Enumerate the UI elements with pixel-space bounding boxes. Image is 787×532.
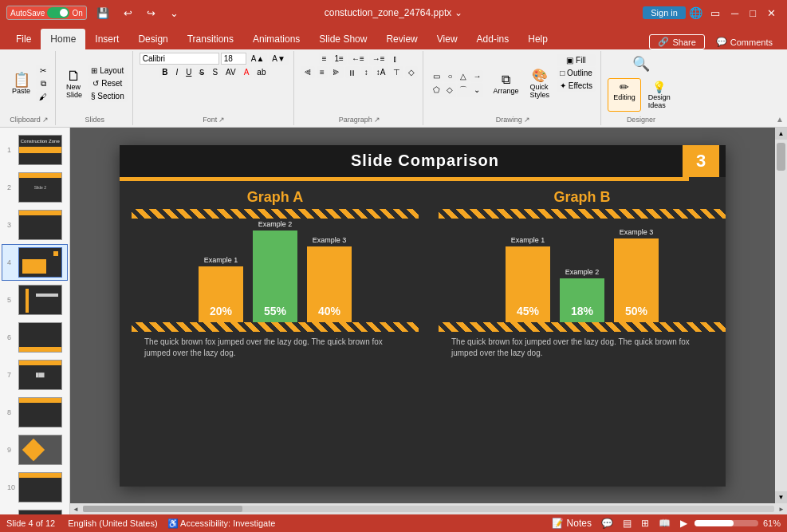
copy-button[interactable]: ⧉	[36, 77, 50, 90]
close-button[interactable]: ✕	[762, 6, 781, 21]
scroll-left-button[interactable]: ◄	[70, 503, 81, 514]
ribbon-collapse-button[interactable]: ▲	[776, 115, 784, 124]
slide-thumb-11[interactable]: 11 ■■■■	[2, 506, 68, 514]
reading-view-button[interactable]: 📖	[656, 518, 673, 529]
align-left-button[interactable]: ⫷	[301, 66, 315, 78]
align-center-button[interactable]: ≡	[317, 66, 328, 78]
shape-1[interactable]: ▭	[430, 70, 443, 82]
new-slide-button[interactable]: 🗋 NewSlide	[62, 66, 86, 101]
redo-button[interactable]: ↪	[142, 6, 160, 21]
zoom-slider[interactable]	[695, 520, 758, 526]
text-highlight-button[interactable]: ab	[254, 66, 269, 78]
shape-3[interactable]: △	[457, 70, 470, 82]
font-family-input[interactable]	[140, 53, 219, 65]
slide-thumb-4[interactable]: 4	[2, 244, 68, 281]
arrange-button[interactable]: ⧉ Arrange	[489, 70, 522, 97]
format-painter-button[interactable]: 🖌	[36, 91, 50, 103]
comments-button[interactable]: 💬 Comments	[708, 35, 781, 49]
tab-addins[interactable]: Add-ins	[467, 29, 519, 49]
autosave-toggle[interactable]	[47, 7, 69, 18]
minimize-button[interactable]: ─	[726, 6, 743, 21]
smart-art-button[interactable]: ◇	[405, 66, 418, 78]
bullet-list-button[interactable]: ≡	[319, 53, 330, 65]
drawing-expand-icon[interactable]: ↗	[524, 116, 530, 124]
increase-indent-button[interactable]: →≡	[369, 53, 388, 65]
quick-styles-button[interactable]: 🎨 QuickStyles	[525, 65, 553, 101]
tab-home[interactable]: Home	[41, 29, 85, 49]
slide-sorter-button[interactable]: ⊞	[639, 518, 651, 529]
shadow-button[interactable]: S	[209, 66, 221, 78]
increase-font-button[interactable]: A▲	[248, 53, 268, 65]
presentation-view-button[interactable]: ▭	[706, 6, 725, 21]
tab-transitions[interactable]: Transitions	[178, 29, 243, 49]
undo-button[interactable]: ↩	[119, 6, 137, 21]
shape-4[interactable]: →	[470, 70, 483, 82]
shape-effects-button[interactable]: ✦ Effects	[557, 80, 596, 92]
design-ideas-button[interactable]: 💡 DesignIdeas	[644, 78, 675, 112]
shapes-more[interactable]: ⌄	[470, 83, 483, 97]
bold-button[interactable]: B	[159, 66, 171, 78]
align-right-button[interactable]: ⫸	[329, 66, 344, 78]
title-dropdown-icon[interactable]: ⌄	[454, 7, 462, 18]
customize-qat-button[interactable]: ⌄	[165, 6, 183, 21]
slide-thumb-10[interactable]: 10	[2, 469, 68, 506]
decrease-indent-button[interactable]: ←≡	[348, 53, 368, 65]
slide-thumb-9[interactable]: 9	[2, 432, 68, 468]
maximize-button[interactable]: □	[745, 6, 761, 21]
comments-status-button[interactable]: 💬	[599, 518, 616, 529]
tab-file[interactable]: File	[6, 29, 41, 49]
scroll-knob[interactable]	[777, 143, 785, 171]
tab-review[interactable]: Review	[376, 29, 427, 49]
scroll-right-button[interactable]: ►	[776, 503, 787, 514]
clipboard-expand-icon[interactable]: ↗	[42, 116, 49, 124]
tab-insert[interactable]: Insert	[85, 29, 128, 49]
numbered-list-button[interactable]: 1≡	[332, 53, 347, 65]
h-scroll-thumb[interactable]	[83, 506, 242, 512]
shape-fill-button[interactable]: ▣ Fill	[557, 54, 596, 66]
cut-button[interactable]: ✂	[36, 65, 50, 77]
font-color-button[interactable]: A	[241, 66, 253, 78]
tab-help[interactable]: Help	[518, 29, 557, 49]
slide[interactable]: Slide Comparison 3 Graph A Example 1	[120, 145, 726, 487]
shape-outline-button[interactable]: □ Outline	[557, 67, 596, 79]
decrease-font-button[interactable]: A▼	[269, 53, 289, 65]
autosave-badge[interactable]: AutoSave On	[6, 6, 87, 20]
align-text-button[interactable]: ⊤	[390, 66, 403, 78]
slide-thumb-5[interactable]: 5	[2, 282, 68, 318]
slide-thumb-1[interactable]: 1 Construction Zone	[2, 132, 68, 168]
slideshow-button[interactable]: ▶	[678, 518, 690, 529]
slide-thumb-2[interactable]: 2 Slide 2	[2, 169, 68, 206]
scroll-down-button[interactable]: ▼	[775, 491, 787, 503]
underline-button[interactable]: U	[183, 66, 195, 78]
slide-thumb-8[interactable]: 8	[2, 394, 68, 431]
text-direction-button[interactable]: ↕A	[373, 66, 389, 78]
char-spacing-button[interactable]: AV	[222, 66, 239, 78]
slide-thumb-7[interactable]: 7 ███	[2, 357, 68, 393]
shape-6[interactable]: ◇	[443, 83, 456, 97]
slide-thumb-6[interactable]: 6	[2, 319, 68, 356]
columns-button[interactable]: ⫿	[390, 53, 400, 65]
reset-button[interactable]: ↺ Reset	[88, 77, 128, 89]
paste-button[interactable]: 📋 Paste	[8, 70, 34, 97]
strikethrough-button[interactable]: S̶	[196, 66, 207, 78]
slide-thumb-3[interactable]: 3	[2, 207, 68, 243]
tab-design[interactable]: Design	[128, 29, 177, 49]
scroll-up-button[interactable]: ▲	[775, 128, 787, 140]
shape-2[interactable]: ○	[443, 70, 456, 82]
search-button[interactable]: 🔍	[628, 53, 654, 75]
notes-button[interactable]: 📝 Notes	[549, 518, 594, 529]
section-button[interactable]: § Section	[88, 90, 128, 102]
tab-slideshow[interactable]: Slide Show	[309, 29, 376, 49]
tab-view[interactable]: View	[427, 29, 467, 49]
sign-in-button[interactable]: Sign in	[643, 6, 686, 19]
line-spacing-button[interactable]: ↕	[361, 66, 372, 78]
paragraph-expand-icon[interactable]: ↗	[374, 116, 380, 124]
font-size-input[interactable]	[221, 53, 246, 65]
italic-button[interactable]: I	[172, 66, 181, 78]
share-button[interactable]: 🔗 Share	[649, 34, 704, 49]
normal-view-button[interactable]: ▤	[620, 518, 634, 529]
editing-button[interactable]: ✏ Editing	[608, 78, 641, 112]
shape-5[interactable]: ⬠	[430, 83, 443, 97]
justify-button[interactable]: ⫼	[345, 66, 360, 78]
layout-button[interactable]: ⊞ Layout	[88, 65, 128, 77]
